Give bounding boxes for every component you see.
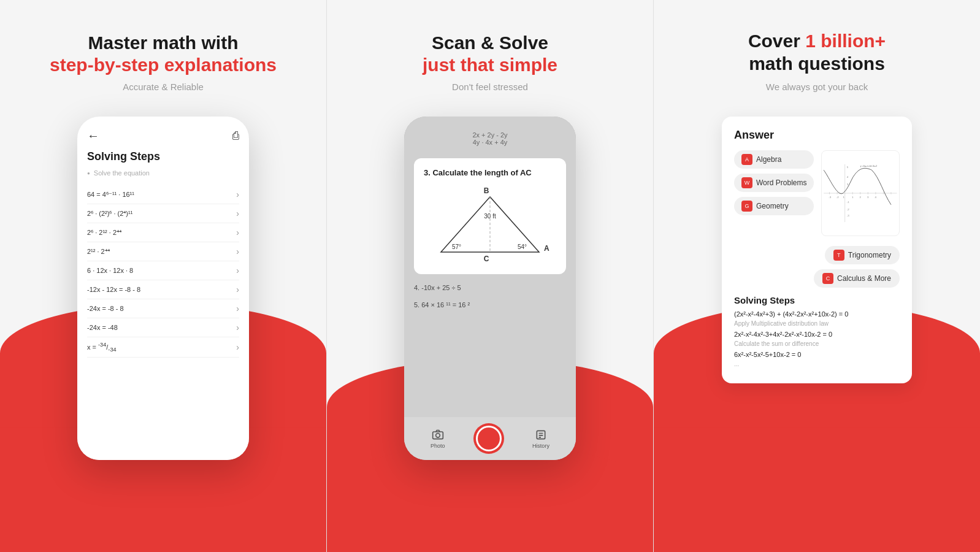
desc-2: Calculate the sum or difference bbox=[734, 340, 900, 347]
expand-icon-4[interactable]: › bbox=[236, 247, 239, 256]
svg-text:54°: 54° bbox=[518, 243, 527, 250]
right-subtitle: We always got your back bbox=[748, 82, 886, 92]
geometry-tag[interactable]: G Geometry bbox=[734, 197, 814, 215]
svg-text:2: 2 bbox=[860, 196, 862, 199]
word-problems-label: Word Problems bbox=[756, 178, 806, 187]
svg-text:-2: -2 bbox=[836, 196, 839, 199]
expand-icon-7[interactable]: › bbox=[236, 304, 239, 313]
calculus-tag[interactable]: C Calculus & More bbox=[814, 269, 900, 288]
photo-icon bbox=[432, 429, 444, 441]
svg-text:-3: -3 bbox=[829, 196, 832, 199]
categories-and-graph: A Algebra W Word Problems G Geometry bbox=[734, 150, 900, 236]
svg-text:4: 4 bbox=[875, 196, 877, 199]
eq-2: 2x²-x²-4x²-3+4x²-2x²-x²-10x-2 = 0 bbox=[734, 331, 900, 338]
answer-title: Answer bbox=[734, 129, 900, 142]
left-phone: ← ⎙ Solving Steps Solve the equation 64 … bbox=[77, 117, 249, 460]
math-step-2: 2⁶ · (2²)⁶ · (2⁴)¹¹ › bbox=[87, 204, 239, 223]
svg-text:57°: 57° bbox=[452, 243, 461, 250]
solving-steps-title: Solving Steps bbox=[87, 150, 239, 163]
svg-point-13 bbox=[435, 433, 440, 437]
triangle-diagram: B A C 30 ft 57° 54° bbox=[429, 185, 551, 264]
center-phone: 2x + 2y - 2y 4y · 4x + 4y 3. Calculate t… bbox=[404, 117, 576, 460]
center-header: Scan & Solve just that simple Don't feel… bbox=[398, 0, 582, 104]
math-graph: -3 -2 1 1 2 3 4 5 4 3 -1 -2 -3 bbox=[822, 151, 899, 236]
expand-icon[interactable]: › bbox=[236, 190, 239, 199]
center-phone-content: 2x + 2y - 2y 4y · 4x + 4y 3. Calculate t… bbox=[404, 117, 576, 460]
svg-text:5: 5 bbox=[847, 166, 849, 169]
geometry-icon: G bbox=[741, 201, 752, 212]
right-title-line2: math questions bbox=[748, 52, 886, 75]
svg-text:1: 1 bbox=[843, 196, 845, 199]
scan-item-4: 4. -10x + 25 ÷ 5 bbox=[414, 282, 566, 294]
math-step-8: -24x = -48 › bbox=[87, 318, 239, 337]
photo-button[interactable]: Photo bbox=[431, 429, 445, 449]
capture-button[interactable] bbox=[473, 423, 504, 454]
svg-text:4: 4 bbox=[847, 175, 849, 178]
share-icon[interactable]: ⎙ bbox=[232, 129, 239, 142]
geometry-label: Geometry bbox=[756, 202, 789, 210]
category-list: A Algebra W Word Problems G Geometry bbox=[734, 150, 814, 236]
trig-icon: T bbox=[833, 250, 844, 261]
scan-question: 3. Calculate the length of AC bbox=[424, 168, 556, 177]
step-hint: Solve the equation bbox=[87, 169, 239, 177]
math-step-4: 2¹² · 2⁴⁴ › bbox=[87, 242, 239, 261]
svg-text:-3: -3 bbox=[847, 214, 849, 217]
desc-3: ... bbox=[734, 361, 900, 367]
svg-text:C: C bbox=[484, 255, 489, 263]
center-title-line2: just that simple bbox=[423, 55, 557, 75]
expand-icon-3[interactable]: › bbox=[236, 228, 239, 237]
svg-rect-19 bbox=[654, 428, 980, 553]
side-tags: T Trigonometry C Calculus & More bbox=[734, 246, 900, 288]
trig-tag[interactable]: T Trigonometry bbox=[825, 246, 900, 264]
scan-item-5: 5. 64 × 16 ¹¹ = 16 ² bbox=[414, 299, 566, 311]
expand-icon-6[interactable]: › bbox=[236, 285, 239, 294]
math-step-5: 6 · 12x · 12x · 8 › bbox=[87, 261, 239, 280]
expand-icon-2[interactable]: › bbox=[236, 209, 239, 218]
left-phone-content: ← ⎙ Solving Steps Solve the equation 64 … bbox=[77, 117, 249, 460]
math-step-6: -12x - 12x = -8 - 8 › bbox=[87, 280, 239, 299]
scan-area: 2x + 2y - 2y 4y · 4x + 4y 3. Calculate t… bbox=[404, 117, 576, 417]
center-panel: Scan & Solve just that simple Don't feel… bbox=[326, 0, 654, 552]
capture-inner bbox=[476, 426, 502, 451]
svg-text:-1: -1 bbox=[847, 201, 849, 204]
expand-icon-9[interactable]: › bbox=[236, 342, 239, 352]
phone-bottom-bar: Photo History bbox=[404, 417, 576, 460]
left-subtitle: Accurate & Reliable bbox=[50, 82, 277, 92]
calculus-icon: C bbox=[822, 273, 833, 284]
word-problems-icon: W bbox=[741, 177, 752, 188]
center-subtitle: Don't feel stressed bbox=[423, 82, 557, 92]
svg-text:y = 4x⁴-x³+4x²-3x+2: y = 4x⁴-x³+4x²-3x+2 bbox=[860, 165, 877, 167]
eq-3: 6x²-x²-5x²-5+10x-2 = 0 bbox=[734, 351, 900, 358]
left-header: Master math with step-by-step explanatio… bbox=[25, 0, 301, 104]
solving-section: Solving Steps (2x²-x²-4x²+3) + (4x²-2x²-… bbox=[734, 295, 900, 367]
phone-nav: ← ⎙ bbox=[87, 129, 239, 143]
svg-text:A: A bbox=[544, 244, 549, 253]
back-icon[interactable]: ← bbox=[87, 129, 99, 143]
math-step-fraction: x = -34/-34 › bbox=[87, 337, 239, 358]
right-title-accent: 1 billion+ bbox=[805, 31, 886, 51]
expand-icon-5[interactable]: › bbox=[236, 266, 239, 275]
right-title: Cover 1 billion+ bbox=[748, 31, 886, 52]
desc-1: Apply Multiplicative distribution law bbox=[734, 320, 900, 327]
math-step-1: 64 = 4⁶⁻¹¹ · 16¹¹ › bbox=[87, 185, 239, 204]
left-panel: Master math with step-by-step explanatio… bbox=[0, 0, 326, 552]
left-title-line1: Master math with bbox=[50, 31, 277, 55]
history-icon bbox=[535, 429, 547, 441]
svg-text:3: 3 bbox=[868, 196, 870, 199]
center-title-line1: Scan & Solve bbox=[423, 31, 557, 55]
scan-box: 3. Calculate the length of AC B A C 30 f… bbox=[414, 158, 566, 274]
left-title-line2: step-by-step explanations bbox=[50, 55, 277, 75]
algebra-tag[interactable]: A Algebra bbox=[734, 150, 814, 169]
word-problems-tag[interactable]: W Word Problems bbox=[734, 174, 814, 192]
math-step-3: 2⁶ · 2¹² · 2⁴⁴ › bbox=[87, 223, 239, 242]
algebra-icon: A bbox=[741, 154, 752, 165]
graph-area: -3 -2 1 1 2 3 4 5 4 3 -1 -2 -3 bbox=[821, 150, 900, 236]
trig-label: Trigonometry bbox=[848, 251, 891, 259]
right-panel: Cover 1 billion+ math questions We alway… bbox=[654, 0, 980, 552]
history-button[interactable]: History bbox=[532, 429, 549, 449]
math-step-7: -24x = -8 - 8 › bbox=[87, 299, 239, 318]
right-card: Answer A Algebra W Word Problems G Geome… bbox=[722, 117, 912, 383]
svg-text:B: B bbox=[484, 186, 489, 195]
expand-icon-8[interactable]: › bbox=[236, 323, 239, 332]
right-header: Cover 1 billion+ math questions We alway… bbox=[724, 0, 910, 104]
